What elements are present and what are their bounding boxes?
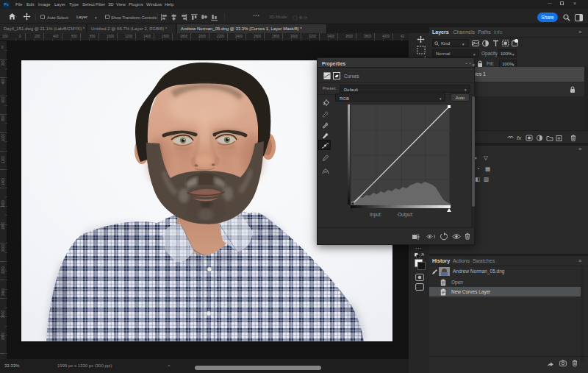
svg-text:fx: fx bbox=[517, 135, 522, 141]
